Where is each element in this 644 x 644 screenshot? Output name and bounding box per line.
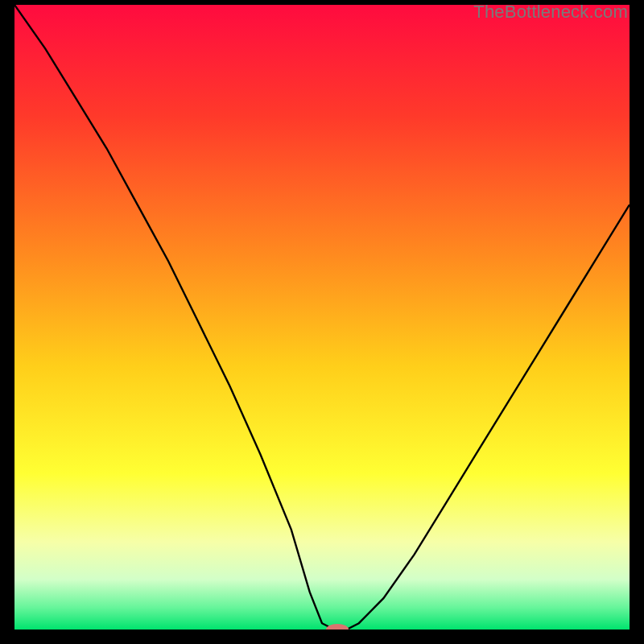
gradient-background — [14, 5, 630, 630]
watermark-text: TheBottleneck.com — [473, 2, 628, 23]
bottleneck-chart — [14, 5, 630, 630]
chart-frame — [14, 5, 630, 630]
